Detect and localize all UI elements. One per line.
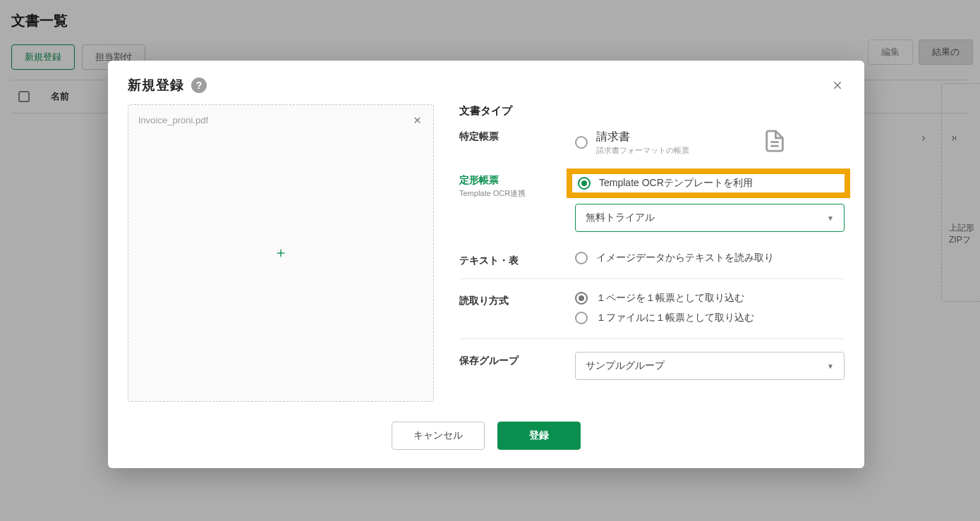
file-row: Invoice_proni.pdf bbox=[138, 114, 423, 126]
cancel-button[interactable]: キャンセル bbox=[392, 422, 485, 450]
divider bbox=[459, 278, 845, 279]
text-table-label: テキスト・表 bbox=[459, 252, 575, 267]
specific-form-label: 特定帳票 bbox=[459, 128, 575, 143]
caret-down-icon: ▼ bbox=[827, 362, 834, 370]
fixed-form-label: 定形帳票 bbox=[459, 174, 575, 187]
save-group-label: 保存グループ bbox=[459, 352, 575, 367]
read-method-radio-1[interactable] bbox=[575, 292, 588, 305]
read-method-option-1: １ページを１帳票として取り込む bbox=[596, 292, 744, 305]
caret-down-icon: ▼ bbox=[827, 214, 834, 222]
save-group-select[interactable]: サンプルグループ ▼ bbox=[575, 352, 845, 380]
document-icon bbox=[763, 128, 787, 157]
file-remove-icon[interactable] bbox=[411, 114, 423, 126]
specific-form-radio[interactable] bbox=[575, 136, 588, 149]
doc-type-section-title: 文書タイプ bbox=[459, 104, 845, 118]
close-icon[interactable] bbox=[830, 78, 845, 92]
highlighted-option: Template OCRテンプレートを利用 bbox=[567, 168, 850, 198]
save-group-value: サンプルグループ bbox=[586, 360, 665, 372]
specific-form-option-sub: 請求書フォーマットの帳票 bbox=[596, 145, 689, 156]
new-register-modal: 新規登録 ? Invoice_proni.pdf 文書タイプ 特定帳票 bbox=[108, 61, 864, 468]
modal-title: 新規登録 bbox=[128, 76, 184, 94]
template-select-value: 無料トライアル bbox=[586, 212, 655, 224]
file-name: Invoice_proni.pdf bbox=[138, 115, 208, 125]
text-table-radio[interactable] bbox=[575, 252, 588, 264]
specific-form-option: 請求書 bbox=[596, 130, 689, 145]
text-table-option: イメージデータからテキストを読み取り bbox=[596, 252, 774, 264]
read-method-label: 読取り方式 bbox=[459, 292, 575, 307]
read-method-radio-2[interactable] bbox=[575, 312, 588, 324]
file-dropzone[interactable]: Invoice_proni.pdf bbox=[128, 104, 434, 402]
read-method-option-2: １ファイルに１帳票として取り込む bbox=[596, 312, 754, 324]
divider-2 bbox=[459, 338, 845, 339]
fixed-form-option: Template OCRテンプレートを利用 bbox=[599, 177, 753, 190]
submit-button[interactable]: 登録 bbox=[497, 422, 581, 450]
fixed-form-radio[interactable] bbox=[578, 177, 591, 190]
template-select[interactable]: 無料トライアル ▼ bbox=[575, 204, 845, 232]
form-column: 文書タイプ 特定帳票 請求書 請求書フォーマットの帳票 bbox=[459, 104, 845, 402]
help-icon[interactable]: ? bbox=[191, 78, 207, 93]
add-file-icon[interactable] bbox=[275, 247, 286, 262]
fixed-form-label-sub: Template OCR連携 bbox=[459, 188, 575, 199]
